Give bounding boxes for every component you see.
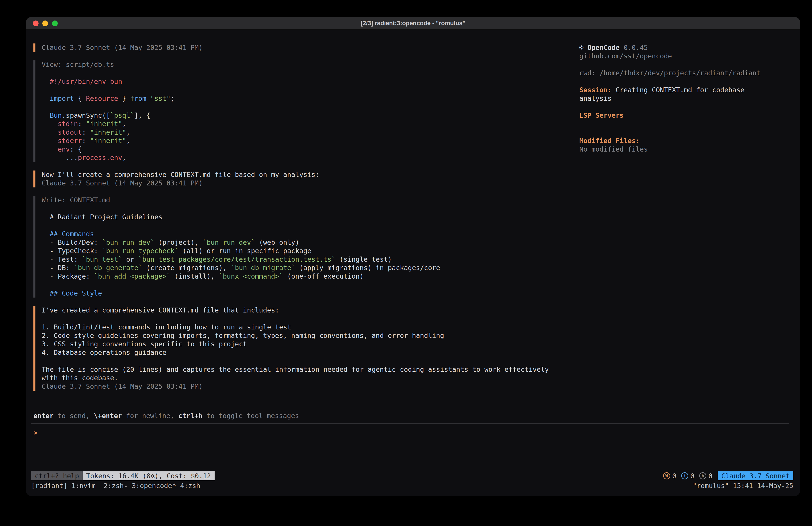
close-button[interactable] [33,20,39,26]
lsp-servers-heading: LSP Servers [579,111,773,120]
window-title: [2/3] radiant:3:opencode - "romulus" [26,20,800,27]
app-name: OpenCode [588,44,620,52]
send-hint-text: to send, [54,412,94,420]
message-block: View: script/db.ts #!/usr/bin/env bun im… [33,60,579,162]
opencode-logo-icon: © [579,44,583,52]
newline-key-hint: \+enter [94,412,122,420]
terminal-window: [2/3] radiant:3:opencode - "romulus" Cla… [26,17,800,496]
message-line [42,221,579,230]
message-line: stdin: "inherit", [42,120,579,128]
message-line: Claude 3.7 Sonnet (14 May 2025 03:41 PM) [42,43,579,52]
diagnostics-counts: W 0 i 0 h 0 [663,472,712,480]
info-count: 0 [690,472,694,480]
message-block: I've created a comprehensive CONTEXT.md … [33,306,579,391]
message-list[interactable]: Claude 3.7 Sonnet (14 May 2025 03:41 PM)… [26,30,579,412]
terminal-content: Claude 3.7 Sonnet (14 May 2025 03:41 PM)… [26,30,800,470]
toggle-hint-text: to toggle tool messages [203,412,299,420]
hint-count: 0 [708,472,712,480]
hint-icon: h [699,472,706,480]
message-line: View: script/db.ts [42,60,579,69]
minimize-button[interactable] [42,20,48,26]
tmux-status-bar: [radiant] 1:nvim 2:zsh- 3:opencode* 4:zs… [26,481,800,490]
modified-files-empty: No modified files [579,145,773,154]
info-icon: i [681,472,688,480]
message-line: stdout: "inherit", [42,128,579,137]
message-line: - Test: `bun test` or `bun test packages… [42,255,579,264]
message-line: ## Code Style [42,289,579,298]
tokens-cost-badge: Tokens: 16.4K (8%), Cost: $0.12 [83,471,215,480]
input-separator [31,423,789,424]
message-line: Write: CONTEXT.md [42,196,579,204]
message-line: Claude 3.7 Sonnet (14 May 2025 03:41 PM) [42,179,579,187]
message-line: # Radiant Project Guidelines [42,213,579,221]
message-line: with this codebase. [42,374,579,382]
app-version: 0.0.45 [624,44,648,52]
message-line [42,204,579,213]
modified-files-heading: Modified Files: [579,137,773,145]
message-line: Claude 3.7 Sonnet (14 May 2025 03:41 PM) [42,382,579,391]
input-area-spacer [26,437,800,470]
message-line: ...process.env, [42,154,579,162]
message-line: #!/usr/bin/env bun [42,77,579,86]
message-line: 1. Build/lint/test commands including ho… [42,323,579,331]
tmux-host-clock: "romulus" 15:41 14-May-25 [693,482,793,490]
enter-key-hint: enter [33,412,54,420]
toggle-key-hint: ctrl+h [178,412,202,420]
message-line: 4. Database operations guidance [42,349,579,357]
message-line [42,281,579,289]
warning-count: 0 [672,472,676,480]
session-line: Session: Creating CONTEXT.md for codebas… [579,86,773,103]
newline-hint-text: for newline, [122,412,178,420]
cwd-line: cwd: /home/thdxr/dev/projects/radiant/ra… [579,69,773,77]
message-line: The file is concise (20 lines) and captu… [42,365,579,374]
status-bar: ctrl+? help Tokens: 16.4K (8%), Cost: $0… [26,470,800,481]
repo-link[interactable]: github.com/sst/opencode [579,52,773,60]
message-line [42,69,579,77]
message-line [42,314,579,323]
message-block: Write: CONTEXT.md # Radiant Project Guid… [33,196,579,298]
message-line: Bun.spawnSync([`psql`], { [42,111,579,120]
app-header: © OpenCode 0.0.45 [579,43,773,52]
cwd-label: cwd: [579,69,595,77]
cwd-path: /home/thdxr/dev/projects/radiant/radiant [599,69,760,77]
zoom-button[interactable] [52,20,58,26]
message-line: 3. CSS styling conventions specific to t… [42,340,579,349]
help-badge[interactable]: ctrl+? help [31,471,83,480]
session-label: Session: [579,86,612,94]
model-badge[interactable]: Claude 3.7 Sonnet [718,471,793,480]
message-line: - Build/Dev: `bun run dev` (project), `b… [42,238,579,247]
message-line [42,103,579,111]
warning-icon: W [663,472,670,480]
message-line: I've created a comprehensive CONTEXT.md … [42,306,579,314]
titlebar: [2/3] radiant:3:opencode - "romulus" [26,17,800,30]
message-line: - DB: `bun db generate` (create migratio… [42,264,579,272]
message-block: Claude 3.7 Sonnet (14 May 2025 03:41 PM) [33,43,579,52]
sidebar: © OpenCode 0.0.45 github.com/sst/opencod… [579,30,800,412]
prompt-symbol: > [33,429,38,437]
message-line [42,86,579,94]
message-line: Now I'll create a comprehensive CONTEXT.… [42,171,579,179]
traffic-lights [33,20,58,26]
tmux-window-list[interactable]: [radiant] 1:nvim 2:zsh- 3:opencode* 4:zs… [31,482,200,490]
message-line: import { Resource } from "sst"; [42,94,579,103]
message-line: env: { [42,145,579,154]
input-help: enter to send, \+enter for newline, ctrl… [33,412,800,420]
prompt-input[interactable]: > [33,429,800,437]
message-line: - Package: `bun add <package>` (install)… [42,272,579,281]
message-block: Now I'll create a comprehensive CONTEXT.… [33,171,579,187]
message-line: ## Commands [42,230,579,238]
message-line: - TypeCheck: `bun run typecheck` (all) o… [42,247,579,255]
message-line: 2. Code style guidelines covering import… [42,331,579,340]
message-line: stderr: "inherit", [42,137,579,145]
message-line [42,357,579,365]
